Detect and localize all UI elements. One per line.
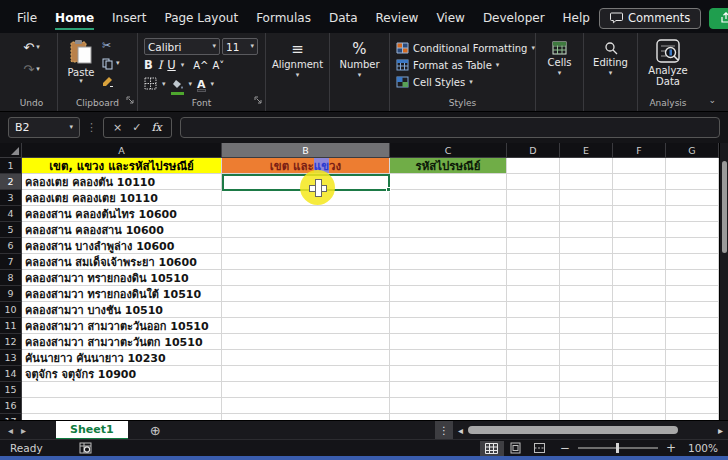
cell[interactable]: [390, 302, 507, 318]
clipboard-dialog-launcher[interactable]: [126, 89, 134, 108]
column-header-e[interactable]: E: [560, 143, 613, 158]
row-header-9[interactable]: 9: [0, 286, 22, 302]
row-header-7[interactable]: 7: [0, 254, 22, 270]
cell[interactable]: [560, 174, 613, 190]
hscroll-split-handle[interactable]: ⋮: [435, 421, 453, 440]
cell[interactable]: [666, 350, 719, 366]
cell-c1[interactable]: รหัสไปรษณีย์: [390, 158, 507, 174]
cell-a5[interactable]: คลองสาน คลองสาน 10600: [22, 222, 222, 238]
font-name-select[interactable]: Calibri▾: [144, 38, 220, 55]
normal-view-button[interactable]: [480, 441, 504, 456]
cell[interactable]: [222, 302, 390, 318]
row-header-13[interactable]: 13: [0, 350, 22, 366]
cell[interactable]: [613, 334, 666, 350]
column-header-a[interactable]: A: [22, 143, 222, 158]
cut-button[interactable]: ✂: [102, 39, 111, 52]
cell[interactable]: [613, 318, 666, 334]
number-button[interactable]: % Number ▾: [330, 41, 389, 79]
cell[interactable]: [507, 286, 560, 302]
redo-button[interactable]: ↷▾: [6, 62, 57, 77]
vertical-scrollbar[interactable]: [719, 143, 728, 420]
cell[interactable]: [222, 222, 390, 238]
cell[interactable]: [222, 206, 390, 222]
menu-item-insert[interactable]: Insert: [103, 7, 155, 32]
menu-item-view[interactable]: View: [427, 7, 473, 32]
cell[interactable]: [390, 398, 507, 414]
cell-a10[interactable]: คลองสามวา บางชัน 10510: [22, 302, 222, 318]
cell[interactable]: [390, 174, 507, 190]
column-header-d[interactable]: D: [507, 143, 560, 158]
styles-button-conditional-formatting[interactable]: Conditional Formatting▾: [396, 40, 535, 57]
scroll-left-button[interactable]: ◂: [453, 425, 468, 436]
scroll-right-button[interactable]: ▸: [713, 425, 728, 436]
row-header-1[interactable]: 1: [0, 158, 22, 174]
cell[interactable]: [560, 238, 613, 254]
cell[interactable]: [390, 286, 507, 302]
cell[interactable]: [507, 318, 560, 334]
borders-button[interactable]: [144, 75, 157, 94]
cell[interactable]: [507, 334, 560, 350]
macro-record-button[interactable]: [79, 442, 92, 454]
cell[interactable]: [507, 174, 560, 190]
insert-function-button[interactable]: fx: [151, 121, 161, 134]
cell-a15[interactable]: [22, 382, 222, 398]
menu-item-file[interactable]: File: [8, 7, 46, 32]
column-header-c[interactable]: C: [390, 143, 507, 158]
zoom-out-button[interactable]: −: [552, 441, 578, 455]
cell[interactable]: [613, 398, 666, 414]
row-header-16[interactable]: 16: [0, 398, 22, 414]
cell[interactable]: [666, 254, 719, 270]
cell[interactable]: [390, 270, 507, 286]
cell-a2[interactable]: คลองเตย คลองตัน 10110: [22, 174, 222, 190]
cell[interactable]: [560, 398, 613, 414]
cell[interactable]: [666, 270, 719, 286]
fill-color-button[interactable]: [171, 75, 184, 94]
cell[interactable]: [613, 270, 666, 286]
horizontal-scrollbar-thumb[interactable]: [468, 426, 678, 434]
cell[interactable]: [222, 286, 390, 302]
cell-a6[interactable]: คลองสาน บางลำพูล่าง 10600: [22, 238, 222, 254]
cell[interactable]: [613, 190, 666, 206]
cancel-button[interactable]: ×: [113, 121, 122, 134]
cell[interactable]: [666, 222, 719, 238]
cell[interactable]: [560, 382, 613, 398]
sheet-tab-sheet1[interactable]: Sheet1: [56, 421, 128, 440]
cell[interactable]: [507, 350, 560, 366]
cell[interactable]: [560, 222, 613, 238]
cell-a12[interactable]: คลองสามวา สามวาตะวันตก 10510: [22, 334, 222, 350]
font-dialog-launcher[interactable]: [254, 89, 262, 108]
cell-a13[interactable]: คันนายาว คันนายาว 10230: [22, 350, 222, 366]
column-header-f[interactable]: F: [613, 143, 666, 158]
name-box[interactable]: B2 ▾: [8, 117, 80, 138]
collapse-ribbon-button[interactable]: ⌄: [708, 95, 728, 111]
row-header-6[interactable]: 6: [0, 238, 22, 254]
zoom-slider[interactable]: [578, 447, 658, 449]
grow-font-button[interactable]: A^: [193, 60, 208, 71]
cell-a14[interactable]: จตุจักร จตุจักร 10900: [22, 366, 222, 382]
cell[interactable]: [390, 334, 507, 350]
zoom-in-button[interactable]: +: [658, 441, 684, 455]
cell[interactable]: [507, 382, 560, 398]
cell[interactable]: [222, 270, 390, 286]
enter-button[interactable]: ✓: [132, 121, 141, 134]
underline-button[interactable]: U: [167, 58, 175, 72]
cell[interactable]: [613, 302, 666, 318]
cell[interactable]: [507, 190, 560, 206]
cell[interactable]: [507, 158, 560, 174]
cell[interactable]: [613, 382, 666, 398]
cell[interactable]: [560, 270, 613, 286]
cell-a8[interactable]: คลองสามวา ทรายกองดิน 10510: [22, 270, 222, 286]
cell[interactable]: [390, 206, 507, 222]
row-header-8[interactable]: 8: [0, 270, 22, 286]
row-header-14[interactable]: 14: [0, 366, 22, 382]
cell-a7[interactable]: คลองสาน สมเด็จเจ้าพระยา 10600: [22, 254, 222, 270]
cell[interactable]: [560, 206, 613, 222]
cell[interactable]: [222, 366, 390, 382]
comments-button[interactable]: Comments: [599, 8, 701, 29]
cell[interactable]: [560, 334, 613, 350]
cell[interactable]: [613, 174, 666, 190]
row-header-3[interactable]: 3: [0, 190, 22, 206]
alignment-button[interactable]: ≡ Alignment ▾: [266, 41, 329, 79]
cell[interactable]: [613, 254, 666, 270]
styles-button-format-as-table[interactable]: Format as Table▾: [396, 57, 535, 74]
